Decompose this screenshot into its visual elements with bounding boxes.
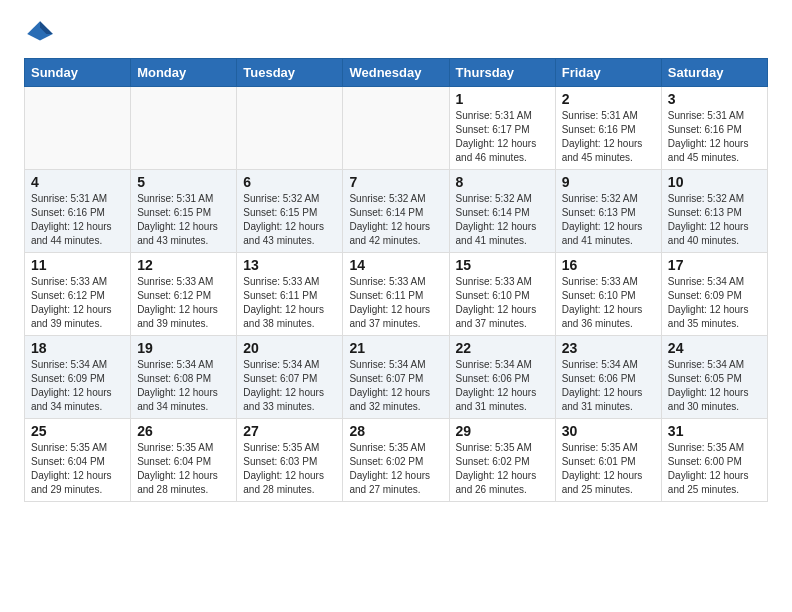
calendar-cell: 22Sunrise: 5:34 AM Sunset: 6:06 PM Dayli… (449, 336, 555, 419)
day-number: 4 (31, 174, 124, 190)
calendar-cell: 26Sunrise: 5:35 AM Sunset: 6:04 PM Dayli… (131, 419, 237, 502)
day-number: 21 (349, 340, 442, 356)
calendar-cell: 1Sunrise: 5:31 AM Sunset: 6:17 PM Daylig… (449, 87, 555, 170)
calendar-cell: 18Sunrise: 5:34 AM Sunset: 6:09 PM Dayli… (25, 336, 131, 419)
calendar-cell: 20Sunrise: 5:34 AM Sunset: 6:07 PM Dayli… (237, 336, 343, 419)
day-detail: Sunrise: 5:32 AM Sunset: 6:14 PM Dayligh… (456, 192, 549, 248)
day-number: 17 (668, 257, 761, 273)
calendar-cell (237, 87, 343, 170)
calendar-cell: 2Sunrise: 5:31 AM Sunset: 6:16 PM Daylig… (555, 87, 661, 170)
day-number: 11 (31, 257, 124, 273)
day-number: 8 (456, 174, 549, 190)
day-detail: Sunrise: 5:31 AM Sunset: 6:16 PM Dayligh… (31, 192, 124, 248)
day-detail: Sunrise: 5:34 AM Sunset: 6:06 PM Dayligh… (562, 358, 655, 414)
day-detail: Sunrise: 5:33 AM Sunset: 6:10 PM Dayligh… (562, 275, 655, 331)
day-detail: Sunrise: 5:32 AM Sunset: 6:14 PM Dayligh… (349, 192, 442, 248)
calendar-cell: 28Sunrise: 5:35 AM Sunset: 6:02 PM Dayli… (343, 419, 449, 502)
week-row: 11Sunrise: 5:33 AM Sunset: 6:12 PM Dayli… (25, 253, 768, 336)
calendar-col-header: Saturday (661, 59, 767, 87)
calendar-table: SundayMondayTuesdayWednesdayThursdayFrid… (24, 58, 768, 502)
week-row: 25Sunrise: 5:35 AM Sunset: 6:04 PM Dayli… (25, 419, 768, 502)
day-detail: Sunrise: 5:33 AM Sunset: 6:12 PM Dayligh… (137, 275, 230, 331)
day-detail: Sunrise: 5:32 AM Sunset: 6:15 PM Dayligh… (243, 192, 336, 248)
calendar-cell: 23Sunrise: 5:34 AM Sunset: 6:06 PM Dayli… (555, 336, 661, 419)
day-number: 16 (562, 257, 655, 273)
calendar-cell: 24Sunrise: 5:34 AM Sunset: 6:05 PM Dayli… (661, 336, 767, 419)
calendar-cell: 12Sunrise: 5:33 AM Sunset: 6:12 PM Dayli… (131, 253, 237, 336)
calendar-cell: 16Sunrise: 5:33 AM Sunset: 6:10 PM Dayli… (555, 253, 661, 336)
calendar-cell: 4Sunrise: 5:31 AM Sunset: 6:16 PM Daylig… (25, 170, 131, 253)
logo (24, 18, 60, 50)
day-detail: Sunrise: 5:35 AM Sunset: 6:02 PM Dayligh… (349, 441, 442, 497)
day-number: 2 (562, 91, 655, 107)
calendar-cell: 27Sunrise: 5:35 AM Sunset: 6:03 PM Dayli… (237, 419, 343, 502)
day-detail: Sunrise: 5:31 AM Sunset: 6:16 PM Dayligh… (668, 109, 761, 165)
day-detail: Sunrise: 5:33 AM Sunset: 6:11 PM Dayligh… (243, 275, 336, 331)
day-number: 26 (137, 423, 230, 439)
day-number: 27 (243, 423, 336, 439)
calendar-cell: 25Sunrise: 5:35 AM Sunset: 6:04 PM Dayli… (25, 419, 131, 502)
day-number: 9 (562, 174, 655, 190)
calendar-col-header: Wednesday (343, 59, 449, 87)
calendar-wrap: SundayMondayTuesdayWednesdayThursdayFrid… (0, 58, 792, 514)
calendar-col-header: Sunday (25, 59, 131, 87)
calendar-cell: 8Sunrise: 5:32 AM Sunset: 6:14 PM Daylig… (449, 170, 555, 253)
calendar-col-header: Monday (131, 59, 237, 87)
day-number: 28 (349, 423, 442, 439)
calendar-cell: 14Sunrise: 5:33 AM Sunset: 6:11 PM Dayli… (343, 253, 449, 336)
calendar-cell: 6Sunrise: 5:32 AM Sunset: 6:15 PM Daylig… (237, 170, 343, 253)
day-number: 1 (456, 91, 549, 107)
day-number: 7 (349, 174, 442, 190)
day-detail: Sunrise: 5:35 AM Sunset: 6:02 PM Dayligh… (456, 441, 549, 497)
week-row: 18Sunrise: 5:34 AM Sunset: 6:09 PM Dayli… (25, 336, 768, 419)
day-number: 15 (456, 257, 549, 273)
calendar-cell: 19Sunrise: 5:34 AM Sunset: 6:08 PM Dayli… (131, 336, 237, 419)
page-header (0, 0, 792, 58)
calendar-cell: 21Sunrise: 5:34 AM Sunset: 6:07 PM Dayli… (343, 336, 449, 419)
day-number: 3 (668, 91, 761, 107)
day-number: 12 (137, 257, 230, 273)
day-detail: Sunrise: 5:33 AM Sunset: 6:11 PM Dayligh… (349, 275, 442, 331)
day-detail: Sunrise: 5:35 AM Sunset: 6:04 PM Dayligh… (31, 441, 124, 497)
calendar-cell: 10Sunrise: 5:32 AM Sunset: 6:13 PM Dayli… (661, 170, 767, 253)
calendar-cell: 7Sunrise: 5:32 AM Sunset: 6:14 PM Daylig… (343, 170, 449, 253)
calendar-cell: 13Sunrise: 5:33 AM Sunset: 6:11 PM Dayli… (237, 253, 343, 336)
day-detail: Sunrise: 5:31 AM Sunset: 6:17 PM Dayligh… (456, 109, 549, 165)
day-detail: Sunrise: 5:32 AM Sunset: 6:13 PM Dayligh… (562, 192, 655, 248)
calendar-cell (343, 87, 449, 170)
day-detail: Sunrise: 5:31 AM Sunset: 6:16 PM Dayligh… (562, 109, 655, 165)
day-detail: Sunrise: 5:34 AM Sunset: 6:09 PM Dayligh… (31, 358, 124, 414)
calendar-col-header: Friday (555, 59, 661, 87)
calendar-cell (25, 87, 131, 170)
calendar-cell: 29Sunrise: 5:35 AM Sunset: 6:02 PM Dayli… (449, 419, 555, 502)
week-row: 1Sunrise: 5:31 AM Sunset: 6:17 PM Daylig… (25, 87, 768, 170)
day-detail: Sunrise: 5:33 AM Sunset: 6:12 PM Dayligh… (31, 275, 124, 331)
day-number: 6 (243, 174, 336, 190)
day-number: 19 (137, 340, 230, 356)
calendar-cell: 31Sunrise: 5:35 AM Sunset: 6:00 PM Dayli… (661, 419, 767, 502)
day-number: 29 (456, 423, 549, 439)
calendar-cell: 11Sunrise: 5:33 AM Sunset: 6:12 PM Dayli… (25, 253, 131, 336)
day-detail: Sunrise: 5:33 AM Sunset: 6:10 PM Dayligh… (456, 275, 549, 331)
week-row: 4Sunrise: 5:31 AM Sunset: 6:16 PM Daylig… (25, 170, 768, 253)
calendar-cell: 9Sunrise: 5:32 AM Sunset: 6:13 PM Daylig… (555, 170, 661, 253)
calendar-cell: 15Sunrise: 5:33 AM Sunset: 6:10 PM Dayli… (449, 253, 555, 336)
day-detail: Sunrise: 5:34 AM Sunset: 6:09 PM Dayligh… (668, 275, 761, 331)
calendar-header-row: SundayMondayTuesdayWednesdayThursdayFrid… (25, 59, 768, 87)
day-detail: Sunrise: 5:35 AM Sunset: 6:00 PM Dayligh… (668, 441, 761, 497)
day-number: 5 (137, 174, 230, 190)
calendar-cell: 30Sunrise: 5:35 AM Sunset: 6:01 PM Dayli… (555, 419, 661, 502)
day-number: 13 (243, 257, 336, 273)
day-number: 22 (456, 340, 549, 356)
calendar-cell: 17Sunrise: 5:34 AM Sunset: 6:09 PM Dayli… (661, 253, 767, 336)
logo-icon (24, 18, 56, 50)
day-number: 14 (349, 257, 442, 273)
calendar-cell (131, 87, 237, 170)
calendar-col-header: Tuesday (237, 59, 343, 87)
day-detail: Sunrise: 5:35 AM Sunset: 6:04 PM Dayligh… (137, 441, 230, 497)
day-detail: Sunrise: 5:34 AM Sunset: 6:07 PM Dayligh… (349, 358, 442, 414)
day-number: 20 (243, 340, 336, 356)
day-detail: Sunrise: 5:35 AM Sunset: 6:01 PM Dayligh… (562, 441, 655, 497)
day-number: 25 (31, 423, 124, 439)
calendar-cell: 3Sunrise: 5:31 AM Sunset: 6:16 PM Daylig… (661, 87, 767, 170)
